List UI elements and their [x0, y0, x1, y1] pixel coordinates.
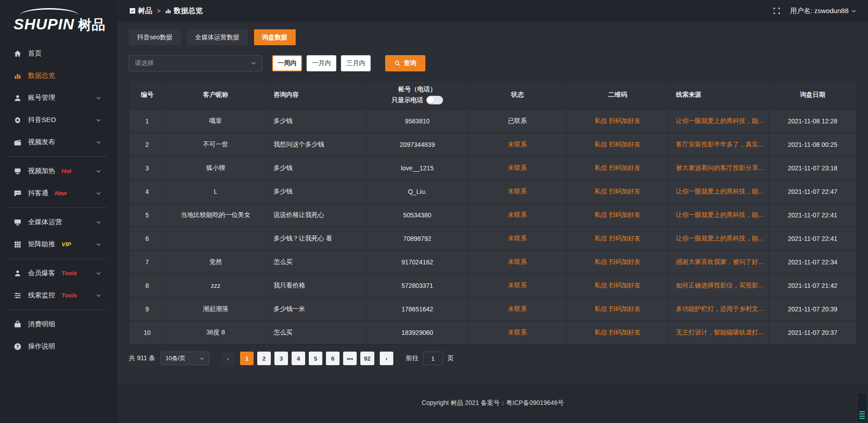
app-square-icon — [129, 8, 136, 14]
cell-source-link[interactable]: 让你一眼就爱上的黑科技，能... — [669, 180, 769, 203]
column-header-status: 状态 — [468, 81, 567, 109]
page-ellipsis-button[interactable]: ••• — [343, 352, 357, 365]
cell-source-link[interactable]: 无主灯设计，智能磁吸轨道灯... — [669, 321, 769, 344]
question-icon: ? — [14, 343, 22, 351]
cell-account: 572803371 — [367, 274, 468, 297]
floating-widget[interactable] — [857, 392, 867, 422]
cell-qrcode-link[interactable]: 私信 扫码加好友 — [567, 157, 669, 179]
cell-qrcode-link[interactable]: 私信 扫码加好友 — [567, 227, 669, 250]
video-publish-icon — [14, 138, 22, 146]
fullscreen-icon[interactable] — [773, 7, 780, 14]
sidebar-item[interactable]: 全媒体运营 — [0, 211, 118, 233]
sidebar-item[interactable]: 视频发布 — [0, 131, 118, 153]
phone-only-label: 只显示电话 — [392, 96, 423, 104]
cell-status: 已联系 — [468, 110, 567, 132]
breadcrumb-root-label: 树品 — [138, 6, 152, 16]
sidebar-item[interactable]: 抖音SEO — [0, 109, 118, 131]
cell-qrcode-link[interactable]: 私信 扫码加好友 — [567, 298, 669, 320]
cell-nickname: 觉然 — [165, 251, 266, 273]
cell-status: 未联系 — [468, 180, 567, 203]
column-header-id: 编号 — [129, 81, 165, 109]
cell-source-link[interactable]: 让你一眼就爱上的黑科技，能... — [669, 227, 769, 250]
cell-inquiry: 怎么买 — [266, 251, 367, 273]
cell-nickname: 狐小狸 — [165, 157, 266, 179]
sidebar-item[interactable]: 会员爆客Tools — [0, 262, 118, 284]
cell-qrcode-link[interactable]: 私信 扫码加好友 — [567, 274, 669, 297]
cell-qrcode-link[interactable]: 私信 扫码加好友 — [567, 204, 669, 226]
data-tabs: 抖音seo数据 全媒体运营数据 询盘数据 — [129, 29, 857, 45]
sidebar-item[interactable]: 首页 — [0, 42, 118, 65]
cell-nickname: 哦章 — [165, 110, 266, 132]
cell-source-link[interactable]: 让你一眼就爱上的黑科技，能... — [669, 110, 769, 132]
table-row: 7觉然怎么买917024162未联系私信 扫码加好友感谢大家喜欢我家，被问了好.… — [129, 250, 856, 273]
cell-account: 178651642 — [367, 298, 468, 320]
table-row: 4L多少钱Q_Liu.未联系私信 扫码加好友让你一眼就爱上的黑科技，能...20… — [129, 179, 856, 203]
sidebar-item-badge: Tools — [61, 292, 77, 299]
phone-only-toggle[interactable] — [426, 96, 443, 104]
tab-douyin-seo-data[interactable]: 抖音seo数据 — [129, 29, 181, 45]
content-area: 抖音seo数据 全媒体运营数据 询盘数据 请选择 一周内 一月内 三月内 查询 — [118, 22, 868, 383]
cell-inquiry: 说说价格让我死心 — [266, 204, 367, 226]
page-number-button[interactable]: 6 — [326, 352, 340, 365]
query-button[interactable]: 查询 — [385, 55, 425, 71]
cell-inquiry: 我想问这个多少钱 — [266, 133, 367, 156]
sidebar-item-label: 矩阵助推 — [28, 240, 55, 249]
cell-qrcode-link[interactable]: 私信 扫码加好友 — [567, 321, 669, 344]
period-one-week-button[interactable]: 一周内 — [272, 55, 302, 71]
period-three-months-button[interactable]: 三月内 — [341, 55, 371, 71]
cell-source-link[interactable]: 感谢大家喜欢我家，被问了好... — [669, 251, 769, 273]
member-icon — [14, 269, 22, 277]
page-number-button[interactable]: 92 — [360, 352, 374, 365]
comment-icon — [14, 189, 22, 197]
cell-qrcode-link[interactable]: 私信 扫码加好友 — [567, 133, 669, 156]
breadcrumb-root[interactable]: 树品 — [129, 6, 152, 16]
grid-icon — [14, 240, 22, 249]
screen-icon — [14, 218, 22, 226]
cell-qrcode-link[interactable]: 私信 扫码加好友 — [567, 110, 669, 132]
breadcrumb: 树品 > 数据总览 — [129, 6, 203, 16]
cell-date: 2021-11-07 21:42 — [769, 274, 856, 297]
sidebar-item[interactable]: 数据总览 — [0, 65, 118, 87]
sidebar-item[interactable]: 视频加热Hot — [0, 160, 118, 182]
expense-icon — [14, 320, 22, 329]
sidebar-item[interactable]: 抖客通New — [0, 182, 118, 204]
sidebar-item[interactable]: 消费明细 — [0, 313, 118, 335]
page-number-button[interactable]: 1 — [240, 352, 254, 365]
cell-account: 917024162 — [367, 251, 468, 273]
page-number-button[interactable]: 3 — [274, 352, 288, 365]
period-one-month-button[interactable]: 一月内 — [307, 55, 336, 71]
sidebar-item[interactable]: 线索监控Tools — [0, 284, 118, 306]
sidebar-divider — [8, 207, 108, 208]
cell-id: 1 — [129, 110, 165, 132]
cell-qrcode-link[interactable]: 私信 扫码加好友 — [567, 180, 669, 203]
cell-account: 50534380 — [367, 204, 468, 226]
page-number-button[interactable]: 2 — [257, 352, 271, 365]
sidebar-item[interactable]: ?操作说明 — [0, 335, 118, 357]
cell-source-link[interactable]: 客厅安装投影半年多了，真实... — [669, 133, 769, 156]
cell-source-link[interactable]: 让你一眼就爱上的黑科技，能... — [669, 204, 769, 226]
prev-page-button[interactable]: ‹ — [221, 352, 235, 365]
period-buttons: 一周内 一月内 三月内 — [272, 55, 371, 71]
next-page-button[interactable]: › — [380, 352, 393, 365]
goto-page-input[interactable] — [423, 352, 443, 365]
cell-date: 2021-11-07 20:39 — [769, 298, 856, 320]
user-menu[interactable]: 用户名: zswodun88 — [790, 7, 856, 15]
page-number-button[interactable]: 4 — [292, 352, 305, 365]
svg-text:?: ? — [16, 344, 19, 349]
page-size-select[interactable]: 10条/页 — [160, 352, 209, 365]
cell-source-link[interactable]: 被大家追着问的客厅投影分享... — [669, 157, 769, 179]
cell-source-link[interactable]: 如何正确选择投影仪，买投影... — [669, 274, 769, 297]
breadcrumb-current[interactable]: 数据总览 — [165, 6, 203, 16]
tab-inquiry-data[interactable]: 询盘数据 — [254, 29, 296, 45]
sidebar-item[interactable]: 账号管理 — [0, 87, 118, 109]
sidebar-item[interactable]: 矩阵助推VIP — [0, 233, 118, 255]
cell-source-link[interactable]: 多功能护栏灯，适用于乡村文... — [669, 298, 769, 320]
goto-prefix-label: 前往 — [406, 354, 419, 362]
page-number-button[interactable]: 5 — [309, 352, 322, 365]
tab-omni-media-data[interactable]: 全媒体运营数据 — [187, 29, 248, 45]
cell-qrcode-link[interactable]: 私信 扫码加好友 — [567, 251, 669, 273]
sliders-icon — [14, 291, 22, 300]
chevron-down-icon — [251, 61, 256, 66]
filter-row: 请选择 一周内 一月内 三月内 查询 — [129, 55, 857, 71]
account-select[interactable]: 请选择 — [129, 55, 262, 71]
